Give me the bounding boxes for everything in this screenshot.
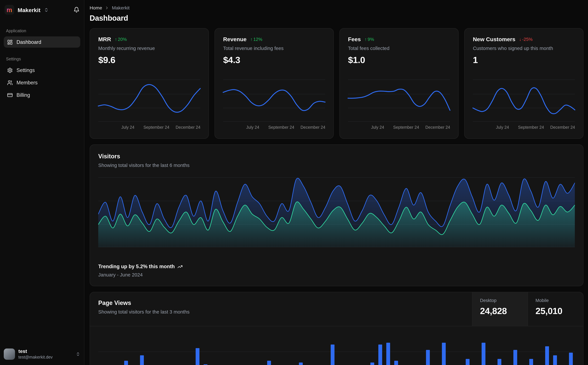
trend-badge: ↑9% <box>365 36 374 42</box>
stat-cards-row: MRR ↑20% Monthly recurring revenue $9.6 … <box>90 28 583 139</box>
visitors-title: Visitors <box>98 153 575 160</box>
stat-description: Customers who signed up this month <box>473 45 575 51</box>
user-meta: test test@makerkit.dev <box>18 349 53 359</box>
visitors-subtitle: Showing total visitors for the last 6 mo… <box>98 162 575 168</box>
page-views-header: Page Views Showing total visitors for th… <box>90 292 583 326</box>
stat-value: $4.3 <box>223 55 325 65</box>
arrow-up-icon: ↑ <box>250 36 253 42</box>
visitors-area-chart <box>98 174 575 247</box>
dashboard-grid-icon <box>7 39 13 45</box>
tab-desktop[interactable]: Desktop 24,828 <box>472 292 528 326</box>
arrow-up-icon: ↑ <box>115 36 117 42</box>
users-icon <box>7 80 13 85</box>
revenue-sparkline-chart <box>223 78 325 122</box>
notifications-bell-icon[interactable] <box>73 7 79 13</box>
nav-section-application: Application <box>4 28 80 33</box>
stat-title: MRR <box>98 36 111 42</box>
tab-value: 24,828 <box>480 306 520 316</box>
sidebar-nav: Application Dashboard Settings Settings … <box>0 20 84 102</box>
stat-title: New Customers <box>473 36 515 42</box>
app-root: m Makerkit Application Dashboard Setting… <box>0 0 588 365</box>
stat-card-mrr: MRR ↑20% Monthly recurring revenue $9.6 … <box>90 28 209 139</box>
sidebar-item-label: Billing <box>17 92 30 98</box>
sidebar: m Makerkit Application Dashboard Setting… <box>0 0 84 365</box>
tab-value: 25,010 <box>536 306 576 316</box>
page-views-subtitle: Showing total visitors for the last 3 mo… <box>98 309 464 315</box>
chevron-right-icon <box>105 6 109 10</box>
stat-description: Total revenue including fees <box>223 45 325 51</box>
trend-badge: ↓-25% <box>519 36 533 42</box>
page-views-bar-chart <box>98 330 575 365</box>
breadcrumb: Home Makerkit <box>90 5 583 11</box>
breadcrumb-home-link[interactable]: Home <box>90 5 102 11</box>
arrow-down-icon: ↓ <box>519 36 521 42</box>
user-name: test <box>18 349 53 354</box>
new-customers-sparkline-chart <box>473 78 575 122</box>
sidebar-item-label: Members <box>17 80 38 85</box>
visitors-trend-text: Trending up by 5.2% this month <box>98 264 175 269</box>
visitors-footer: Trending up by 5.2% this month January -… <box>98 264 575 278</box>
visitors-card: Visitors Showing total visitors for the … <box>90 144 583 286</box>
page-views-title: Page Views <box>98 300 464 306</box>
stat-title: Revenue <box>223 36 247 42</box>
page-title: Dashboard <box>90 14 583 22</box>
credit-card-icon <box>7 92 13 98</box>
sidebar-item-settings[interactable]: Settings <box>4 64 80 76</box>
visitors-date-range: January - June 2024 <box>98 272 575 278</box>
x-axis-labels: July 24September 24December 24 <box>98 125 200 131</box>
workspace-name: Makerkit <box>18 7 41 13</box>
stat-description: Monthly recurring revenue <box>98 45 200 51</box>
trending-up-icon <box>177 264 183 269</box>
trend-badge: ↑12% <box>250 36 262 42</box>
stat-value: $9.6 <box>98 55 200 65</box>
fees-sparkline-chart <box>348 78 450 122</box>
tab-mobile[interactable]: Mobile 25,010 <box>528 292 583 326</box>
stat-value: 1 <box>473 55 575 65</box>
chevrons-up-down-icon <box>76 352 80 356</box>
gear-icon <box>7 67 13 73</box>
page-views-card: Page Views Showing total visitors for th… <box>90 292 583 365</box>
stat-value: $1.0 <box>348 55 450 65</box>
stat-card-fees: Fees ↑9% Total fees collected $1.0 July … <box>339 28 459 139</box>
sidebar-item-label: Settings <box>17 67 35 73</box>
stat-card-revenue: Revenue ↑12% Total revenue including fee… <box>214 28 334 139</box>
nav-section-settings: Settings <box>4 56 80 61</box>
makerkit-logo: m <box>5 5 14 14</box>
sidebar-item-members[interactable]: Members <box>4 77 80 88</box>
sidebar-item-billing[interactable]: Billing <box>4 89 80 101</box>
stat-title: Fees <box>348 36 361 42</box>
sidebar-item-dashboard[interactable]: Dashboard <box>4 36 80 48</box>
x-axis-labels: July 24September 24December 24 <box>223 125 325 131</box>
stat-description: Total fees collected <box>348 45 450 51</box>
main-content: Home Makerkit Dashboard MRR ↑20% Monthly… <box>84 0 588 365</box>
tab-label: Desktop <box>480 298 520 303</box>
tab-label: Mobile <box>536 298 576 303</box>
trend-badge: ↑20% <box>115 36 127 42</box>
x-axis-labels: July 24September 24December 24 <box>473 125 575 131</box>
user-email: test@makerkit.dev <box>18 355 53 359</box>
user-avatar <box>4 348 15 360</box>
x-axis-labels: July 24September 24December 24 <box>348 125 450 131</box>
workspace-selector[interactable]: m Makerkit <box>0 0 84 20</box>
breadcrumb-current: Makerkit <box>112 5 130 11</box>
mrr-sparkline-chart <box>98 78 200 122</box>
stat-card-new-customers: New Customers ↓-25% Customers who signed… <box>464 28 583 139</box>
arrow-up-icon: ↑ <box>365 36 367 42</box>
chevrons-up-down-icon <box>44 7 49 12</box>
user-menu[interactable]: test test@makerkit.dev <box>0 345 84 363</box>
sidebar-item-label: Dashboard <box>17 39 41 45</box>
